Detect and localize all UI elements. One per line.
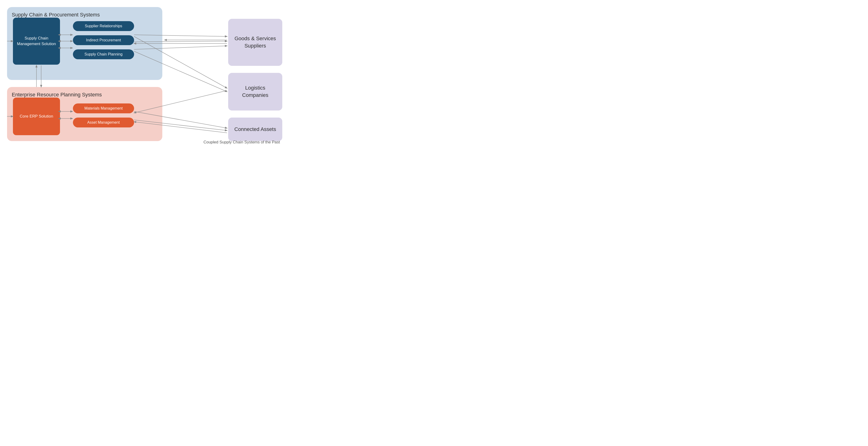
- supplier-relationships-pill: Supplier Relationships: [73, 21, 134, 31]
- supply-chain-planning-pill: Supply Chain Planning: [73, 50, 134, 59]
- materials-management-pill: Materials Management: [73, 103, 134, 113]
- logistics-companies-box: Logistics Companies: [228, 73, 282, 110]
- sc-modules-group: Supplier Relationships Indirect Procurem…: [73, 21, 134, 59]
- asset-management-pill: Asset Management: [73, 118, 134, 127]
- erp-title: Enterprise Resource Planning Systems: [12, 92, 158, 98]
- indirect-procurement-pill: Indirect Procurement: [73, 35, 134, 45]
- erp-modules-group: Materials Management Asset Management: [73, 103, 134, 127]
- sc-procurement-title: Supply Chain & Procurement Systems: [12, 12, 158, 18]
- connected-assets-box: Connected Assets: [228, 118, 282, 141]
- scm-solution-box: Supply Chain Management Solution: [13, 18, 60, 65]
- core-erp-box: Core ERP Solution: [13, 98, 60, 135]
- goods-suppliers-box: Goods & Services Suppliers: [228, 19, 282, 66]
- caption: Coupled Supply Chain Systems of the Past: [204, 140, 280, 145]
- diagram-container: Supply Chain & Procurement Systems Enter…: [0, 0, 289, 149]
